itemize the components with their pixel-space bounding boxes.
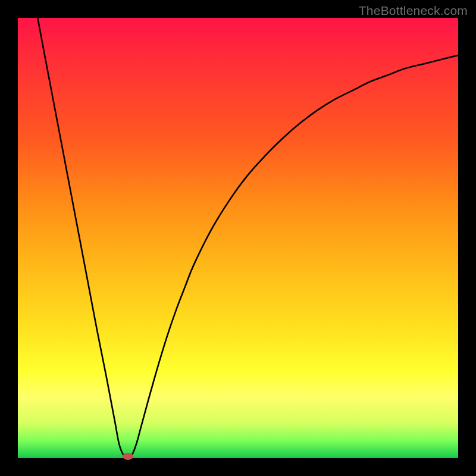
chart-svg: [18, 18, 458, 458]
watermark-text: TheBottleneck.com: [359, 4, 468, 18]
minimum-marker: [123, 453, 133, 460]
plot-area: [18, 18, 458, 458]
chart-frame: TheBottleneck.com: [0, 0, 476, 476]
bottleneck-curve: [37, 18, 458, 458]
